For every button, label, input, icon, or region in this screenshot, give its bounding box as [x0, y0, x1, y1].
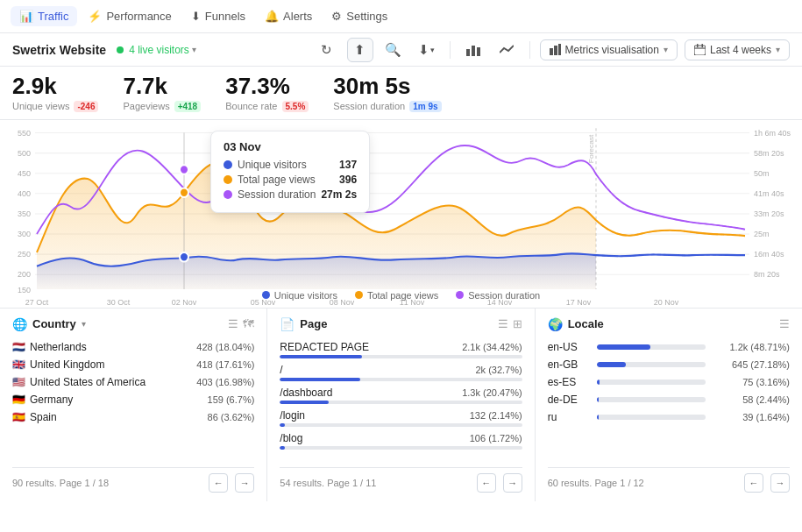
refresh-button[interactable]: ↻	[314, 38, 340, 62]
svg-rect-9	[701, 44, 703, 47]
locale-rows: en-US 1.2k (48.71%) en-GB 645 (27.18%) e…	[548, 338, 790, 464]
settings-icon: ⚙	[331, 10, 342, 23]
stat-unique-views: 2.9k Unique views -246	[12, 74, 98, 112]
svg-text:1h 6m 40s: 1h 6m 40s	[754, 128, 791, 137]
locale-panel-icons[interactable]: ☰	[779, 317, 790, 330]
locale-prev-button[interactable]: ←	[744, 473, 763, 493]
flag-es: 🇪🇸	[12, 411, 25, 423]
legend-session: Session duration	[456, 290, 540, 301]
stat-session: 30m 5s Session duration 1m 9s	[333, 74, 441, 112]
download-button[interactable]: ⬇▾	[414, 38, 440, 62]
legend-dot-session	[456, 291, 464, 299]
svg-text:58m 20s: 58m 20s	[754, 148, 784, 157]
metrics-label: Metrics visualisation	[565, 44, 659, 56]
page-rows: REDACTED PAGE 2.1k (34.42%) / 2k (32.7%)…	[280, 338, 522, 464]
nav-item-settings[interactable]: ⚙ Settings	[323, 6, 396, 26]
locale-next-button[interactable]: →	[770, 473, 790, 493]
page-menu-icon[interactable]: ☰	[498, 317, 508, 330]
chevron-down-icon: ▾	[192, 45, 196, 54]
locale-footer-text: 60 results. Page 1 / 12	[548, 478, 644, 488]
locale-panel-header: 🌍 Locale ☰	[548, 317, 790, 331]
legend-pageviews: Total page views	[355, 290, 438, 301]
country-row-es: 🇪🇸 Spain 86 (3.62%)	[12, 408, 254, 426]
nav-item-alerts[interactable]: 🔔 Alerts	[256, 6, 321, 26]
locale-enus-label: en-US	[548, 341, 592, 353]
svg-text:500: 500	[18, 148, 31, 157]
country-panel: 🌐 Country ▾ ☰ 🗺 🇳🇱 Netherlands 428 (18.0…	[0, 309, 267, 501]
locale-eses-label: es-ES	[548, 376, 592, 388]
bar-chart-button[interactable]	[460, 38, 486, 62]
tooltip-val-visitors: 137	[339, 159, 357, 171]
legend-dot-unique	[262, 291, 270, 299]
date-range-button[interactable]: Last 4 weeks ▾	[685, 39, 790, 60]
nav-item-funnels[interactable]: ⬇ Funnels	[182, 6, 254, 26]
locale-engb-value: 645 (27.18%)	[711, 359, 790, 370]
page-4-value: 106 (1.72%)	[470, 433, 522, 443]
svg-rect-1	[472, 46, 475, 56]
svg-text:550: 550	[18, 128, 31, 137]
menu-icon[interactable]: ☰	[228, 317, 238, 330]
page-panel: 📄 Page ☰ ⊞ REDACTED PAGE 2.1k (34.42%) /…	[267, 309, 535, 501]
country-panel-footer: 90 results. Page 1 / 18 ← →	[12, 467, 254, 493]
country-gb-value: 418 (17.61%)	[196, 359, 254, 370]
stat-pageviews: 7.7k Pageviews +418	[123, 74, 201, 112]
locale-menu-icon[interactable]: ☰	[779, 317, 790, 330]
stat-bounce: 37.3% Bounce rate 5.5%	[225, 74, 309, 112]
page-next-button[interactable]: →	[503, 473, 522, 493]
page-panel-icons[interactable]: ☰ ⊞	[498, 317, 522, 330]
country-page-nav[interactable]: ← →	[209, 473, 254, 493]
locale-dede-value: 58 (2.44%)	[711, 394, 790, 405]
page-grid-icon[interactable]: ⊞	[513, 317, 522, 330]
nav-item-traffic[interactable]: 📊 Traffic	[11, 6, 77, 26]
svg-text:400: 400	[18, 188, 31, 197]
locale-engb-label: en-GB	[548, 358, 592, 371]
line-chart-button[interactable]	[493, 38, 520, 62]
country-panel-icons[interactable]: ☰ 🗺	[228, 317, 254, 330]
search-button[interactable]: 🔍	[380, 38, 407, 62]
nav-label-settings: Settings	[346, 10, 387, 23]
country-de-value: 159 (6.7%)	[208, 394, 255, 405]
svg-text:8m 20s: 8m 20s	[754, 270, 780, 279]
page-panel-header: 📄 Page ☰ ⊞	[280, 317, 522, 331]
map-icon[interactable]: 🗺	[243, 317, 254, 330]
stat-label-session: Session duration	[333, 101, 405, 111]
country-chevron[interactable]: ▾	[82, 319, 86, 329]
page-page-nav[interactable]: ← →	[477, 473, 522, 493]
page-file-icon: 📄	[280, 317, 295, 331]
page-3-label: /login	[280, 409, 305, 422]
locale-row-engb: en-GB 645 (27.18%)	[548, 356, 790, 373]
locale-ru-label: ru	[548, 411, 592, 423]
page-footer-text: 54 results. Page 1 / 11	[280, 478, 376, 488]
locale-panel-title: Locale	[568, 317, 604, 330]
locale-dede-label: de-DE	[548, 394, 592, 406]
locale-panel-footer: 60 results. Page 1 / 12 ← →	[548, 467, 790, 493]
chart-svg: 550 500 450 400 350 300 250 200 150 1h 6…	[0, 124, 802, 308]
locale-icon: 🌍	[548, 317, 563, 331]
panels-container: 🌐 Country ▾ ☰ 🗺 🇳🇱 Netherlands 428 (18.0…	[0, 309, 802, 501]
nav-item-performance[interactable]: ⚡ Performance	[79, 6, 180, 26]
share-button[interactable]: ⬆	[347, 38, 373, 62]
alerts-icon: 🔔	[265, 10, 279, 23]
tooltip-val-pageviews: 396	[339, 174, 357, 186]
country-gb-label: United Kingdom	[30, 358, 104, 371]
page-prev-button[interactable]: ←	[477, 473, 496, 493]
divider	[450, 41, 451, 59]
metrics-button[interactable]: Metrics visualisation ▾	[540, 39, 678, 60]
locale-row-dede: de-DE 58 (2.44%)	[548, 391, 790, 408]
svg-text:16m 40s: 16m 40s	[754, 250, 784, 259]
legend-dot-pageviews	[355, 291, 363, 299]
blue-dot	[180, 252, 188, 262]
country-prev-button[interactable]: ←	[209, 473, 228, 493]
page-3-value: 132 (2.14%)	[470, 410, 522, 421]
country-next-button[interactable]: →	[235, 473, 254, 493]
svg-rect-3	[550, 48, 553, 55]
svg-text:25m: 25m	[754, 230, 770, 238]
stat-badge-page: +418	[174, 101, 202, 112]
svg-text:350: 350	[18, 209, 31, 217]
country-nl-value: 428 (18.04%)	[196, 342, 254, 352]
locale-ru-value: 39 (1.64%)	[711, 412, 790, 422]
orange-dot	[180, 188, 188, 197]
locale-page-nav[interactable]: ← →	[744, 473, 790, 493]
page-row-1: / 2k (32.7%)	[280, 361, 522, 384]
chart-tooltip: 03 Nov Unique visitors 137 Total page vi…	[210, 131, 370, 213]
